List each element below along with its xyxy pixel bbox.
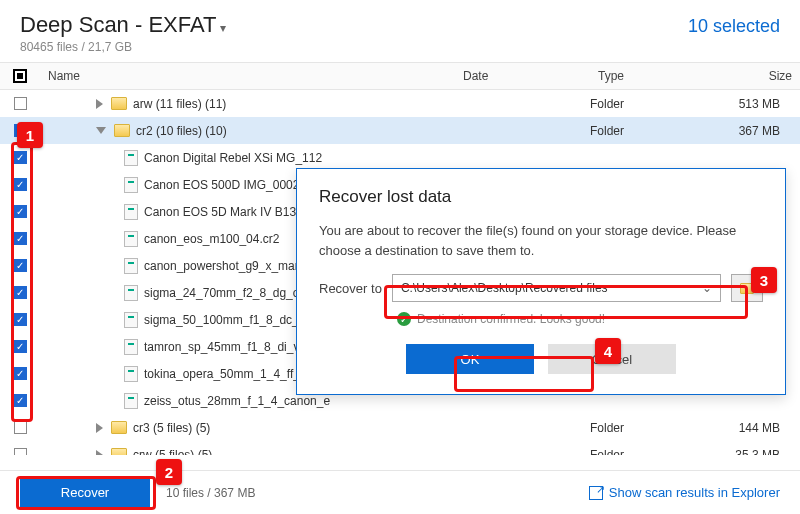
dialog-title: Recover lost data — [319, 187, 763, 207]
image-file-icon — [124, 258, 138, 274]
destination-path-select[interactable]: C:\Users\Alex\Desktop\Recovered files ⌄ — [392, 274, 721, 302]
dialog-body: You are about to recover the file(s) fou… — [319, 221, 763, 260]
table-row[interactable]: crw (5 files) (5)Folder35,3 MB — [0, 441, 800, 455]
external-link-icon — [589, 486, 603, 500]
page-title[interactable]: Deep Scan - EXFAT▾ — [20, 12, 226, 38]
folder-icon — [111, 97, 127, 110]
select-all-checkbox[interactable] — [13, 69, 27, 83]
folder-icon — [111, 448, 127, 455]
recover-to-label: Recover to — [319, 281, 382, 296]
row-name: crw (5 files) (5) — [133, 448, 212, 456]
header: Deep Scan - EXFAT▾ 80465 files / 21,7 GB… — [0, 0, 800, 62]
row-name: Canon Digital Rebel XSi MG_112 — [144, 151, 322, 165]
row-checkbox[interactable] — [14, 151, 27, 164]
show-in-explorer-link[interactable]: Show scan results in Explorer — [589, 485, 780, 500]
row-checkbox[interactable] — [14, 97, 27, 110]
recover-button[interactable]: Recover — [20, 478, 150, 508]
folder-icon — [114, 124, 130, 137]
recover-dialog: Recover lost data You are about to recov… — [296, 168, 786, 395]
row-checkbox[interactable] — [14, 448, 27, 455]
row-checkbox[interactable] — [14, 178, 27, 191]
image-file-icon — [124, 231, 138, 247]
table-row[interactable]: arw (11 files) (11)Folder513 MB — [0, 90, 800, 117]
row-checkbox[interactable] — [14, 205, 27, 218]
ok-button[interactable]: OK — [406, 344, 534, 374]
selected-count: 10 selected — [688, 16, 780, 37]
callout-3: 3 — [751, 267, 777, 293]
file-summary: 80465 files / 21,7 GB — [20, 40, 226, 54]
image-file-icon — [124, 339, 138, 355]
col-size[interactable]: Size — [700, 63, 800, 89]
table-row[interactable]: cr3 (5 files) (5)Folder144 MB — [0, 414, 800, 441]
row-checkbox[interactable] — [14, 313, 27, 326]
col-name[interactable]: Name — [40, 63, 455, 89]
row-checkbox[interactable] — [14, 421, 27, 434]
destination-confirmation: ✓ Destination confirmed. Looks good! — [397, 312, 763, 326]
row-name: canon_eos_m100_04.cr2 — [144, 232, 279, 246]
footer-count: 10 files / 367 MB — [166, 486, 255, 500]
expand-icon[interactable] — [96, 99, 103, 109]
row-name: cr3 (5 files) (5) — [133, 421, 210, 435]
image-file-icon — [124, 366, 138, 382]
image-file-icon — [124, 285, 138, 301]
row-checkbox[interactable] — [14, 232, 27, 245]
check-circle-icon: ✓ — [397, 312, 411, 326]
image-file-icon — [124, 393, 138, 409]
chevron-down-icon: ⌄ — [702, 281, 712, 295]
footer: Recover 10 files / 367 MB Show scan resu… — [0, 470, 800, 514]
table-row[interactable]: cr2 (10 files) (10)Folder367 MB — [0, 117, 800, 144]
image-file-icon — [124, 204, 138, 220]
callout-4: 4 — [595, 338, 621, 364]
row-checkbox[interactable] — [14, 340, 27, 353]
row-name: cr2 (10 files) (10) — [136, 124, 227, 138]
table-row[interactable]: Canon Digital Rebel XSi MG_112 — [0, 144, 800, 171]
expand-icon[interactable] — [96, 450, 103, 456]
col-date[interactable]: Date — [455, 63, 590, 89]
column-headers: Name Date Type Size — [0, 62, 800, 90]
expand-icon[interactable] — [96, 127, 106, 134]
image-file-icon — [124, 150, 138, 166]
folder-icon — [111, 421, 127, 434]
row-checkbox[interactable] — [14, 286, 27, 299]
expand-icon[interactable] — [96, 423, 103, 433]
row-checkbox[interactable] — [14, 259, 27, 272]
row-checkbox[interactable] — [14, 394, 27, 407]
row-name: arw (11 files) (11) — [133, 97, 226, 111]
callout-2: 2 — [156, 459, 182, 485]
row-name: zeiss_otus_28mm_f_1_4_canon_e — [144, 394, 330, 408]
callout-1: 1 — [17, 122, 43, 148]
image-file-icon — [124, 312, 138, 328]
image-file-icon — [124, 177, 138, 193]
col-type[interactable]: Type — [590, 63, 700, 89]
row-checkbox[interactable] — [14, 367, 27, 380]
chevron-down-icon: ▾ — [220, 21, 226, 35]
